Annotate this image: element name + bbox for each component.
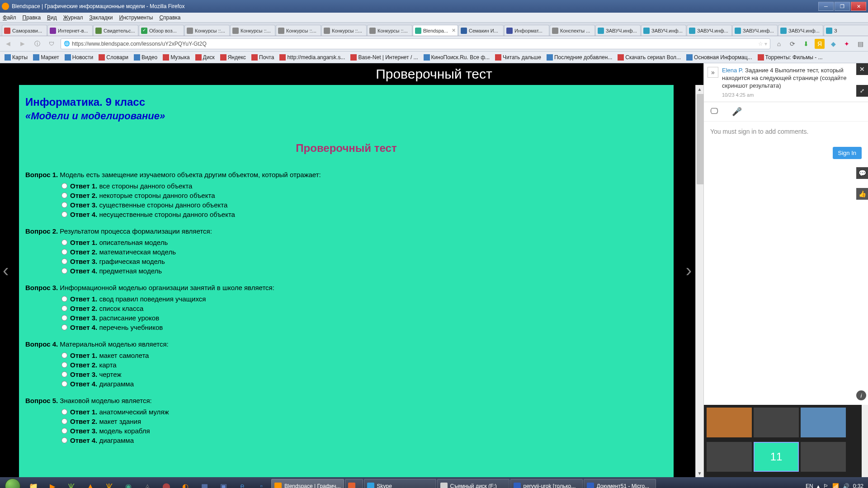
answer-radio[interactable] (61, 239, 67, 245)
taskbar-pin-app6[interactable]: ▦ (195, 479, 213, 488)
mic-tab-icon[interactable]: 🎤 (732, 107, 742, 117)
taskbar-pin-player[interactable]: ▶ (43, 479, 61, 488)
thumbnail[interactable] (707, 442, 752, 472)
taskbar-pin-app3[interactable]: ◬ (138, 479, 156, 488)
answer-radio[interactable] (61, 192, 67, 198)
close-button[interactable]: ✕ (851, 2, 866, 11)
extension-icon-2[interactable]: ✦ (842, 39, 852, 49)
comments-tab-icon[interactable]: 🖵 (710, 107, 718, 117)
taskbar-pin-calc[interactable]: ▣ (214, 479, 232, 488)
thumbnail[interactable] (754, 408, 799, 437)
taskbar-task[interactable]: Blendspace | Графич... (271, 479, 344, 488)
taskbar-task[interactable]: pervyij-urok [только... (510, 479, 583, 488)
list-icon[interactable]: ▤ (855, 39, 865, 49)
tab-close-icon[interactable]: ✕ (450, 28, 456, 33)
bookmark-item[interactable]: Маркет (31, 53, 61, 61)
browser-tab[interactable]: ЗАВУЧ.инф... (595, 25, 641, 36)
next-slide-button[interactable]: › (686, 260, 692, 281)
menu-item[interactable]: Инструменты (119, 14, 153, 21)
tray-arrow-icon[interactable]: ▴ (817, 483, 820, 488)
menu-item[interactable]: Закладки (90, 14, 113, 21)
taskbar-task[interactable]: Съемный диск (F:) (437, 479, 509, 488)
menu-item[interactable]: Справка (159, 14, 180, 21)
browser-tab[interactable]: Blendspa...✕ (413, 25, 458, 36)
extension-icon-1[interactable]: ◆ (828, 39, 838, 49)
browser-tab[interactable]: ЗАВУЧ.инф... (732, 25, 778, 36)
menu-item[interactable]: Вид (47, 14, 57, 21)
answer-radio[interactable] (61, 352, 67, 358)
sidebar-close-button[interactable]: ✕ (856, 63, 868, 75)
answer-radio[interactable] (61, 305, 67, 311)
bookmark-item[interactable]: Почта (250, 53, 276, 61)
tray-lang[interactable]: EN (806, 483, 813, 488)
browser-tab[interactable]: Конкурсы ::... (367, 25, 412, 36)
answer-radio[interactable] (61, 418, 67, 424)
bookmark-item[interactable]: Музыка (161, 53, 191, 61)
answer-radio[interactable] (61, 428, 67, 434)
answer-radio[interactable] (61, 183, 67, 189)
sidebar-expand-button[interactable]: ⤢ (856, 85, 868, 97)
answer-radio[interactable] (61, 268, 67, 274)
start-button[interactable] (2, 478, 24, 488)
bookmark-item[interactable]: Видео (132, 53, 159, 61)
taskbar-pin-vlc[interactable]: ▲ (81, 479, 99, 488)
taskbar-pin-app5[interactable]: ◐ (176, 479, 194, 488)
bookmark-star-icon[interactable]: ☆ ▾ (758, 41, 767, 47)
bookmark-item[interactable]: Диск (193, 53, 217, 61)
prev-slide-button[interactable]: ‹ (3, 260, 9, 281)
bookmark-item[interactable]: Новости (63, 53, 95, 61)
bookmark-item[interactable]: КиноПоиск.Ru. Все ф... (422, 53, 491, 61)
home-icon[interactable]: ⌂ (774, 39, 784, 49)
content-scrollbar[interactable]: ▲ ▼ (695, 85, 703, 477)
menu-item[interactable]: Журнал (63, 14, 83, 21)
browser-tab[interactable]: Конкурсы ::... (321, 25, 367, 36)
bookmark-item[interactable]: Яндекс (218, 53, 248, 61)
tray-volume-icon[interactable]: 🔊 (843, 483, 849, 488)
answer-radio[interactable] (61, 362, 67, 368)
bookmark-item[interactable]: Словари (97, 53, 130, 61)
shield-icon[interactable]: 🛡 (46, 38, 57, 49)
browser-tab[interactable]: Семакин И... (458, 25, 504, 36)
browser-tab[interactable]: ЗАВУЧ.инф... (687, 25, 732, 36)
browser-tab[interactable]: Свидетельс... (93, 25, 138, 36)
answer-radio[interactable] (61, 296, 67, 302)
browser-tab[interactable]: Конкурсы ::... (276, 25, 321, 36)
menu-item[interactable]: Правка (23, 14, 41, 21)
bookmark-item[interactable]: http://media.angarsk.s... (278, 53, 347, 61)
info-button[interactable]: i (856, 390, 866, 400)
answer-radio[interactable] (61, 202, 67, 208)
sidebar-collapse-button[interactable]: » (708, 67, 718, 78)
taskbar-pin-app1[interactable]: Ѱ (62, 479, 80, 488)
bookmark-item[interactable]: Основная Информац... (684, 53, 754, 61)
menu-item[interactable]: Файл (3, 14, 16, 21)
answer-radio[interactable] (61, 211, 67, 217)
answer-radio[interactable] (61, 381, 67, 387)
browser-tab[interactable]: Интернет-в... (47, 25, 93, 36)
browser-tab[interactable]: ЗАВУЧ.инф... (641, 25, 686, 36)
answer-radio[interactable] (61, 437, 67, 443)
answer-radio[interactable] (61, 249, 67, 255)
yandex-icon[interactable]: Я (815, 39, 825, 49)
thumbnail[interactable] (801, 442, 846, 472)
tray-clock[interactable]: 0:32 (853, 483, 863, 488)
bookmark-item[interactable]: Торренты: Фильмы - ... (756, 53, 825, 61)
answer-radio[interactable] (61, 324, 67, 330)
browser-tab[interactable]: Конкурсы ::... (184, 25, 230, 36)
thumbnail[interactable] (801, 408, 846, 437)
signin-button[interactable]: Sign In (833, 147, 862, 159)
browser-tab[interactable]: З (824, 25, 868, 36)
scroll-down-icon[interactable]: ▼ (696, 469, 703, 477)
forward-button[interactable]: ► (17, 38, 28, 49)
bookmark-item[interactable]: Карты (3, 53, 29, 61)
taskbar-task[interactable]: Документ51 - Micro... (584, 479, 656, 488)
answer-radio[interactable] (61, 315, 67, 321)
taskbar-pin-app7[interactable]: ▫ (252, 479, 270, 488)
answer-radio[interactable] (61, 409, 67, 415)
taskbar-pin-app4[interactable]: ⬤ (157, 479, 175, 488)
browser-tab[interactable]: Конкурсы ::... (230, 25, 275, 36)
tray-flag-icon[interactable]: 🏳 (823, 483, 829, 488)
info-icon[interactable]: ⓘ (32, 38, 42, 49)
thumbs-scrollbar[interactable] (862, 405, 868, 477)
taskbar-pin-ie[interactable]: e (233, 479, 251, 488)
taskbar-pin-explorer[interactable]: 📁 (24, 479, 42, 488)
